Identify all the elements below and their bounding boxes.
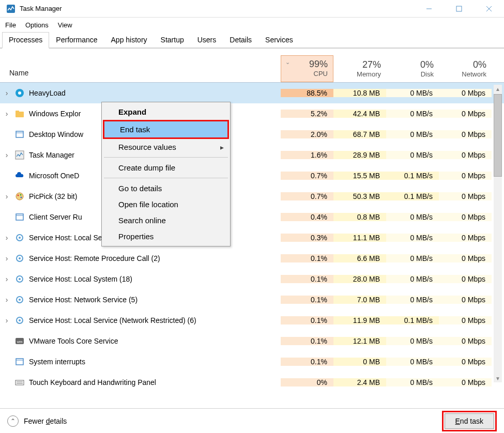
column-memory[interactable]: 27% Memory <box>333 56 386 82</box>
svg-rect-16 <box>16 214 23 220</box>
disk-value: 0 MB/s <box>386 337 439 345</box>
table-row[interactable]: ›Touch Keyboard and Handwriting Panel0%2… <box>0 372 504 386</box>
network-value: 0 Mbps <box>439 378 492 386</box>
table-row[interactable]: ›Service Host: Remote Procedure Call (2)… <box>0 248 504 269</box>
expand-icon[interactable]: › <box>3 255 10 262</box>
memory-value: 42.4 MB <box>333 110 386 118</box>
memory-label: Memory <box>333 70 381 78</box>
process-name: Service Host: Network Service (5) <box>29 296 138 304</box>
column-network[interactable]: 0% Network <box>439 56 492 82</box>
table-row[interactable]: ›Task Manager1.6%28.9 MB0 MB/s0 Mbps <box>0 145 504 165</box>
network-value: 0 Mbps <box>439 358 492 366</box>
table-row[interactable]: ›Service Host: Local Service (No Network… <box>0 227 504 248</box>
cm-create-dump[interactable]: Create dump file <box>103 160 229 176</box>
close-button[interactable] <box>474 0 504 18</box>
process-icon <box>14 295 25 305</box>
scroll-up-icon[interactable]: ▲ <box>494 85 502 93</box>
cpu-value: 0.1% <box>281 296 333 304</box>
menu-options[interactable]: Options <box>25 21 49 29</box>
cpu-value: 0.1% <box>281 254 333 262</box>
column-disk[interactable]: 0% Disk <box>386 56 439 82</box>
table-row[interactable]: ›Microsoft OneD0.7%15.5 MB0.1 MB/s0 Mbps <box>0 165 504 186</box>
menu-file[interactable]: File <box>5 21 16 29</box>
scroll-down-icon[interactable]: ▼ <box>494 374 502 382</box>
expand-icon[interactable]: › <box>3 317 10 324</box>
cm-properties[interactable]: Properties <box>103 228 229 244</box>
cpu-value: 0.4% <box>281 213 333 221</box>
svg-point-12 <box>16 193 23 200</box>
process-icon <box>14 315 25 326</box>
process-name: VMware Tools Core Service <box>29 337 118 345</box>
svg-point-14 <box>20 194 22 196</box>
expand-icon[interactable]: › <box>3 110 10 117</box>
svg-rect-9 <box>16 131 23 137</box>
cm-expand[interactable]: Expand <box>103 104 229 120</box>
cpu-value: 0.3% <box>281 234 333 242</box>
table-row[interactable]: ›PicPick (32 bit)0.7%50.3 MB0.1 MB/s0 Mb… <box>0 186 504 207</box>
cm-end-task[interactable]: End task <box>104 121 227 137</box>
tab-users[interactable]: Users <box>191 32 223 48</box>
network-value: 0 Mbps <box>439 89 492 97</box>
expand-icon[interactable]: › <box>3 234 10 241</box>
expand-icon[interactable]: › <box>3 151 10 159</box>
svg-rect-2 <box>456 6 462 11</box>
table-row[interactable]: ›Service Host: Network Service (5)0.1%7.… <box>0 289 504 310</box>
table-row[interactable]: ›Windows Explor5.2%42.4 MB0 MB/s0 Mbps <box>0 103 504 124</box>
submenu-arrow-icon: ▸ <box>220 143 224 151</box>
menu-view[interactable]: View <box>58 21 72 29</box>
cm-open-location[interactable]: Open file location <box>103 196 229 212</box>
process-name: System interrupts <box>29 358 85 366</box>
tab-processes[interactable]: Processes <box>2 32 49 49</box>
table-row[interactable]: ›vmVMware Tools Core Service0.1%12.1 MB0… <box>0 331 504 351</box>
network-value: 0 Mbps <box>439 172 492 180</box>
context-menu: Expand End task Resource values ▸ Create… <box>101 102 231 246</box>
process-name: Service Host: Remote Procedure Call (2) <box>29 254 160 262</box>
memory-value: 50.3 MB <box>333 192 386 200</box>
table-row[interactable]: ›Client Server Ru0.4%0.8 MB0 MB/s0 Mbps <box>0 207 504 227</box>
table-row[interactable]: ›HeavyLoad88.5%10.8 MB0 MB/s0 Mbps <box>0 83 504 103</box>
scrollbar[interactable]: ▲ ▼ <box>494 85 502 382</box>
tab-app-history[interactable]: App history <box>104 32 154 48</box>
scrollbar-thumb[interactable] <box>494 94 502 177</box>
minimize-button[interactable] <box>414 0 444 18</box>
tab-details[interactable]: Details <box>223 32 258 48</box>
tab-startup[interactable]: Startup <box>154 32 191 48</box>
memory-value: 6.6 MB <box>333 254 386 262</box>
fewer-details-button[interactable]: ⌃ Fewer details <box>7 415 67 427</box>
end-task-button[interactable]: End task <box>445 413 494 429</box>
process-table: ›HeavyLoad88.5%10.8 MB0 MB/s0 Mbps›Windo… <box>0 83 504 386</box>
table-row[interactable]: ›Service Host: Local Service (Network Re… <box>0 310 504 331</box>
network-label: Network <box>439 70 486 78</box>
cpu-label: CPU <box>281 70 328 78</box>
network-value: 0 Mbps <box>439 316 492 324</box>
network-value: 0 Mbps <box>439 296 492 304</box>
fewer-details-label: Fewer details <box>24 417 67 425</box>
process-icon <box>14 109 25 119</box>
disk-label: Disk <box>386 70 434 78</box>
network-percent: 0% <box>439 59 486 70</box>
tab-services[interactable]: Services <box>258 32 300 48</box>
disk-value: 0 MB/s <box>386 89 439 97</box>
cm-resource-values[interactable]: Resource values ▸ <box>103 139 229 155</box>
expand-icon[interactable]: › <box>3 89 10 97</box>
column-name[interactable]: Name <box>0 69 281 82</box>
expand-icon[interactable]: › <box>3 275 10 283</box>
maximize-button[interactable] <box>444 0 474 18</box>
process-icon <box>14 171 25 181</box>
cm-resource-values-label: Resource values <box>118 143 176 151</box>
tab-performance[interactable]: Performance <box>49 32 104 48</box>
process-name: Touch Keyboard and Handwriting Panel <box>29 378 156 386</box>
disk-value: 0.1 MB/s <box>386 172 439 180</box>
memory-value: 12.1 MB <box>333 337 386 345</box>
cm-search-online[interactable]: Search online <box>103 212 229 228</box>
svg-text:vm: vm <box>17 339 23 344</box>
cm-go-details[interactable]: Go to details <box>103 180 229 196</box>
column-cpu[interactable]: ⌄ 99% CPU <box>281 55 333 82</box>
table-row[interactable]: ›Desktop Window2.0%68.7 MB0 MB/s0 Mbps <box>0 124 504 145</box>
expand-icon[interactable]: › <box>3 193 10 200</box>
table-row[interactable]: ›System interrupts0.1%0 MB0 MB/s0 Mbps <box>0 351 504 372</box>
memory-value: 0.8 MB <box>333 213 386 221</box>
expand-icon[interactable]: › <box>3 296 10 303</box>
network-value: 0 Mbps <box>439 110 492 118</box>
table-row[interactable]: ›Service Host: Local System (18)0.1%28.0… <box>0 269 504 289</box>
